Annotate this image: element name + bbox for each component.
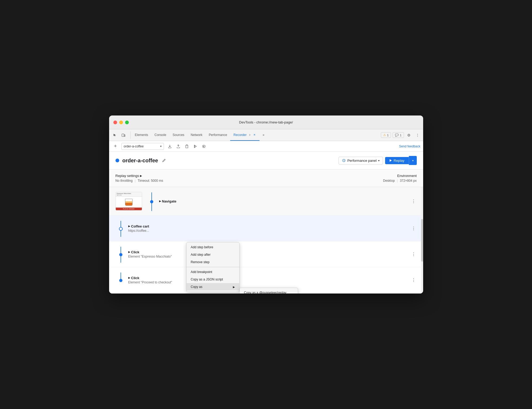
settings-icon[interactable]: ⚙ xyxy=(406,132,413,139)
timeline-col xyxy=(116,247,126,263)
tab-elements[interactable]: Elements xyxy=(132,129,151,141)
settings-left: Replay settings ▶ No throttling | Timeou… xyxy=(116,174,383,183)
menu-separator xyxy=(187,267,239,267)
copy-as-submenu: Copy as a @puppeteer/replay script Copy … xyxy=(240,288,298,294)
scrollbar-thumb[interactable] xyxy=(421,219,423,262)
record-icon[interactable] xyxy=(200,143,208,150)
expand-icon: ▶ xyxy=(128,225,130,228)
device-icon[interactable] xyxy=(120,131,127,139)
scrollbar-track xyxy=(421,187,423,294)
step-dot xyxy=(150,200,153,203)
step-title[interactable]: ▶ Navigate xyxy=(159,199,410,203)
replay-settings-title[interactable]: Replay settings ▶ xyxy=(116,174,383,178)
step-subtitle: https://coffee... xyxy=(128,229,410,233)
settings-section: Replay settings ▶ No throttling | Timeou… xyxy=(109,170,423,187)
environment-details: Desktop | 372×804 px xyxy=(383,179,416,183)
devtools-toolbar: Elements Console Sources Network Perform… xyxy=(109,129,423,141)
info-icon: 💬 xyxy=(395,133,399,137)
chevron-down-icon: ▾ xyxy=(412,159,414,162)
tab-recorder[interactable]: Recorder ✕ xyxy=(230,129,259,141)
menu-copy-as[interactable]: Copy as ▶ xyxy=(187,283,239,291)
expand-icon: ▶ xyxy=(159,200,161,203)
step-item: Espresso Macchiato $13.00 xyxy=(109,187,423,216)
window-title: DevTools - chrome://new-tab-page/ xyxy=(239,120,293,124)
import-icon[interactable] xyxy=(175,143,182,150)
tab-performance[interactable]: Performance xyxy=(206,129,230,141)
send-feedback-link[interactable]: Send feedback xyxy=(399,144,420,148)
expand-icon: ▶ xyxy=(128,251,130,253)
step-item: ▶ Click Element "Espresso Macchiato" ⋮ xyxy=(109,241,423,267)
add-recording-button[interactable]: + xyxy=(112,143,119,150)
step-subtitle: Element "Proceed to checkout" xyxy=(128,280,410,284)
more-options-icon[interactable]: ⋮ xyxy=(414,132,421,139)
minimize-button[interactable] xyxy=(119,121,123,124)
thumbnail-body xyxy=(116,197,142,208)
recording-name: order-a-coffee xyxy=(122,158,158,164)
step-item: ▶ Coffee cart https://coffee... ⋮ Add st… xyxy=(109,216,423,241)
step-dot xyxy=(119,279,122,282)
submenu-puppeteer-replay[interactable]: Copy as a @puppeteer/replay script xyxy=(240,289,298,294)
svg-rect-0 xyxy=(122,134,124,137)
thumbnail-header: Espresso Macchiato $13.00 xyxy=(116,192,142,197)
step-dot xyxy=(119,253,122,256)
performance-panel-button[interactable]: Performance panel ▾ xyxy=(339,157,383,164)
tab-sources[interactable]: Sources xyxy=(170,129,188,141)
info-badge-button[interactable]: 💬 1 xyxy=(393,132,404,138)
thumbnail-footer: PLACE ORDER xyxy=(116,208,142,210)
toolbar-right: ⚠ 1 💬 1 ⚙ ⋮ xyxy=(381,132,421,139)
tab-console[interactable]: Console xyxy=(151,129,170,141)
menu-add-step-after[interactable]: Add step after xyxy=(187,251,239,258)
main-content: order-a-coffee Performance panel ▾ xyxy=(109,152,423,294)
menu-add-step-before[interactable]: Add step before xyxy=(187,243,239,251)
tab-close-icon[interactable]: ✕ xyxy=(253,133,256,137)
steps-area: Espresso Macchiato $13.00 xyxy=(109,187,423,294)
warning-icon: ⚠ xyxy=(383,133,386,137)
environment-title: Environment xyxy=(383,174,416,178)
settings-details: No throttling | Timeout: 5000 ms xyxy=(116,179,383,183)
perf-panel-chevron-icon: ▾ xyxy=(378,159,380,162)
export-icon[interactable] xyxy=(166,143,174,150)
step-title[interactable]: ▶ Click xyxy=(128,250,410,254)
step-more-button[interactable]: ⋮ xyxy=(410,225,417,232)
step-content: ▶ Navigate xyxy=(159,199,410,203)
secondary-toolbar: + order-a-coffee ▾ xyxy=(109,141,423,152)
recording-header: order-a-coffee Performance panel ▾ xyxy=(109,152,423,170)
play-icon[interactable] xyxy=(192,143,199,150)
step-more-button[interactable]: ⋮ xyxy=(410,277,417,283)
step-title[interactable]: ▶ Coffee cart xyxy=(128,224,410,228)
tab-more[interactable]: » xyxy=(259,129,268,141)
step-subtitle: Element "Espresso Macchiato" xyxy=(128,255,410,258)
coffee-cup-image xyxy=(125,199,133,206)
settings-right: Environment Desktop | 372×804 px xyxy=(383,174,416,183)
svg-marker-2 xyxy=(194,145,196,148)
delete-icon[interactable] xyxy=(183,143,191,150)
edit-name-icon[interactable] xyxy=(161,157,167,164)
recording-actions: Performance panel ▾ Replay ▾ xyxy=(339,156,416,165)
pointer-icon[interactable] xyxy=(111,131,119,139)
step-more-button[interactable]: ⋮ xyxy=(410,198,417,204)
devtools-window: DevTools - chrome://new-tab-page/ Elemen… xyxy=(109,115,423,294)
maximize-button[interactable] xyxy=(125,121,129,124)
svg-rect-1 xyxy=(124,135,125,137)
step-content: ▶ Click Element "Proceed to checkout" xyxy=(128,276,410,284)
menu-remove-step[interactable]: Remove step xyxy=(187,258,239,266)
settings-expand-icon: ▶ xyxy=(140,174,142,177)
submenu-arrow-icon: ▶ xyxy=(233,286,235,288)
traffic-lights xyxy=(113,121,129,124)
step-title[interactable]: ▶ Click xyxy=(128,276,410,280)
recording-selector[interactable]: order-a-coffee ▾ xyxy=(121,143,164,150)
step-more-button[interactable]: ⋮ xyxy=(410,251,417,257)
menu-add-breakpoint[interactable]: Add breakpoint xyxy=(187,268,239,276)
replay-button[interactable]: Replay xyxy=(385,157,409,164)
warning-badge-button[interactable]: ⚠ 1 xyxy=(381,132,391,138)
menu-copy-json[interactable]: Copy as a JSON script xyxy=(187,276,239,283)
tab-network[interactable]: Network xyxy=(188,129,206,141)
step-content: ▶ Coffee cart https://coffee... xyxy=(128,224,410,233)
timeline-col xyxy=(146,192,157,211)
svg-marker-6 xyxy=(390,159,392,162)
step-content: ▶ Click Element "Espresso Macchiato" xyxy=(128,250,410,258)
close-button[interactable] xyxy=(113,121,117,124)
replay-dropdown-button[interactable]: ▾ xyxy=(409,156,417,165)
context-menu: Add step before Add step after Remove st… xyxy=(186,242,240,292)
timeline-col xyxy=(116,272,126,288)
